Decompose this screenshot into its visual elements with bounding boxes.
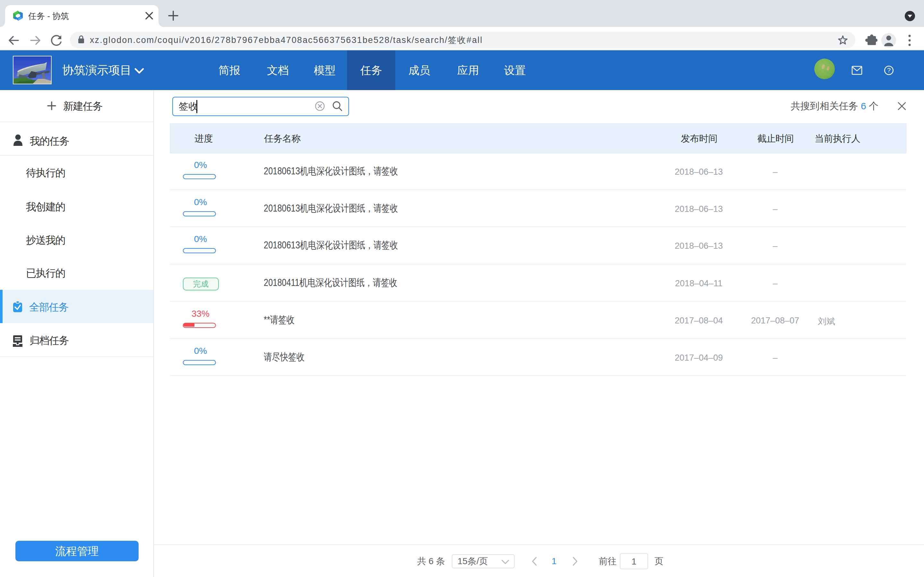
svg-text:?: ? — [887, 67, 891, 74]
